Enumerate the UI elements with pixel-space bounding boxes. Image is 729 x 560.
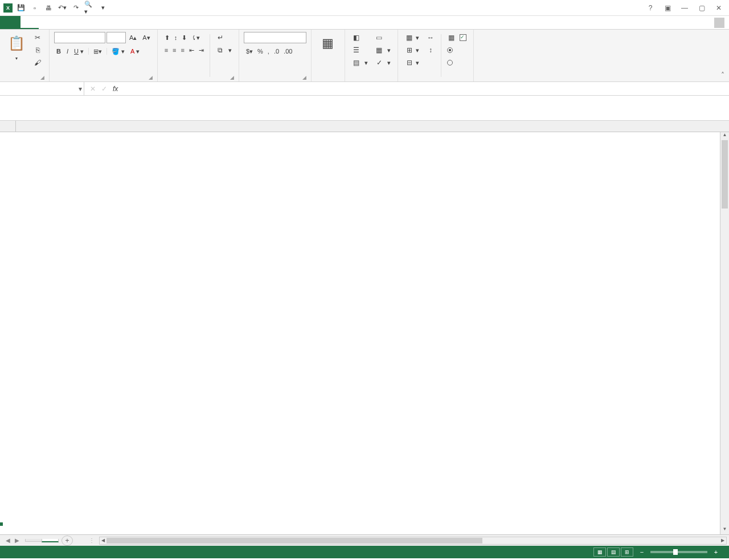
number-launcher-icon[interactable]: ◢ xyxy=(302,75,306,80)
ribbon-options-icon[interactable]: ▣ xyxy=(662,4,673,12)
copy-button[interactable]: ⎘ xyxy=(31,44,44,56)
fx-icon[interactable]: fx xyxy=(113,85,118,93)
freezepanes-button[interactable]: ▤▾ xyxy=(350,57,370,68)
add-sheet-button[interactable]: + xyxy=(62,536,73,546)
pagesetup-button[interactable]: ▭ xyxy=(372,32,393,43)
wraptext-button[interactable]: ↵ xyxy=(214,32,234,43)
cancel-formula-icon[interactable]: ✕ xyxy=(90,85,96,93)
accounting-button[interactable]: $▾ xyxy=(244,46,255,57)
tab-pagelayout[interactable] xyxy=(57,16,75,29)
clipboard-launcher-icon[interactable]: ◢ xyxy=(40,75,44,80)
save-icon[interactable]: 💾 xyxy=(16,3,26,13)
formatpainter-button[interactable]: 🖌 xyxy=(31,57,44,68)
aligntop-button[interactable]: ⬆ xyxy=(162,32,172,43)
maximize-icon[interactable]: ▢ xyxy=(696,4,707,12)
ms2-button[interactable]: ⊞▾ xyxy=(403,44,421,56)
alignleft-button[interactable]: ≡ xyxy=(162,44,170,56)
merge-button[interactable]: ⧉▾ xyxy=(214,44,234,56)
condformat-button[interactable]: ▦▾ xyxy=(372,44,393,56)
underline-button[interactable]: U▾ xyxy=(72,46,86,57)
vertical-scrollbar[interactable]: ▲ ▼ xyxy=(720,132,729,534)
zoom-slider[interactable] xyxy=(650,551,707,553)
redo-icon[interactable]: ↷ xyxy=(71,3,81,13)
decdec-button[interactable]: .00 xyxy=(281,46,294,57)
radio-icon[interactable] xyxy=(447,47,453,53)
ms5-button[interactable]: ↕ xyxy=(424,44,437,56)
sheet-nav-next-icon[interactable]: ▶ xyxy=(15,537,19,543)
bold-button[interactable]: B xyxy=(54,46,63,57)
gridlines-checkbox[interactable] xyxy=(460,34,466,41)
fontsize-select[interactable] xyxy=(107,32,126,43)
enter-formula-icon[interactable]: ✓ xyxy=(101,85,107,93)
fontname-select[interactable] xyxy=(54,32,105,43)
tab-split-icon[interactable]: ⋮ xyxy=(84,537,99,543)
sheet-tab-thang1[interactable] xyxy=(42,539,59,542)
incdec-button[interactable]: .0 xyxy=(272,46,281,57)
qat-customize-icon[interactable]: ▾ xyxy=(98,3,108,13)
alignment-launcher-icon[interactable]: ◢ xyxy=(230,75,234,80)
namemanager-button[interactable]: ☰ xyxy=(350,44,370,56)
namebox-dropdown-icon[interactable]: ▾ xyxy=(76,85,84,93)
tab-formulas[interactable] xyxy=(75,16,93,29)
avatar-icon[interactable] xyxy=(714,18,724,28)
cut-button[interactable]: ✂ xyxy=(31,32,44,43)
ms1-button[interactable]: ▦▾ xyxy=(403,32,421,43)
scroll-down-icon[interactable]: ▼ xyxy=(720,526,729,534)
hscroll-right-icon[interactable]: ▶ xyxy=(719,537,726,544)
paste-button[interactable]: 📋 ▾ xyxy=(5,32,28,63)
fontcolor-button[interactable]: A▾ xyxy=(128,46,142,57)
close-icon[interactable]: ✕ xyxy=(713,4,724,12)
view-pagelayout-button[interactable]: ▤ xyxy=(607,547,620,557)
indentinc-button[interactable]: ⇥ xyxy=(196,44,206,56)
zoom-thumb[interactable] xyxy=(673,549,678,555)
tab-file[interactable] xyxy=(0,16,21,29)
shrinkfont-button[interactable]: A▾ xyxy=(140,32,152,43)
alignbot-button[interactable]: ⬇ xyxy=(179,32,189,43)
datavalid-button[interactable]: ✓▾ xyxy=(372,57,393,68)
scroll-thumb[interactable] xyxy=(722,140,728,209)
radio-opt[interactable] xyxy=(445,44,469,56)
indentdec-button[interactable]: ⇤ xyxy=(187,44,196,56)
tab-view[interactable] xyxy=(130,16,148,29)
undo-icon[interactable]: ↶▾ xyxy=(57,3,67,13)
orientation-button[interactable]: ⤹▾ xyxy=(189,32,202,43)
view-normal-button[interactable]: ▦ xyxy=(593,547,606,557)
percent-button[interactable]: % xyxy=(255,46,265,57)
aligncenter-button[interactable]: ≡ xyxy=(170,44,178,56)
zoom-out-button[interactable]: − xyxy=(638,549,646,555)
growfont-button[interactable]: A▴ xyxy=(127,32,139,43)
worksheet-grid[interactable]: ▲ ▼ xyxy=(0,121,729,534)
view-pagebreak-button[interactable]: ⊞ xyxy=(621,547,633,557)
new-icon[interactable]: ▫ xyxy=(30,3,40,13)
tab-data[interactable] xyxy=(93,16,112,29)
printpreview-icon[interactable]: 🔍▾ xyxy=(84,3,95,13)
hscroll-left-icon[interactable]: ◀ xyxy=(100,537,107,544)
formatcells-button[interactable]: ▦ xyxy=(316,32,340,56)
ms3-button[interactable]: ⊟▾ xyxy=(403,57,421,68)
help-icon[interactable]: ? xyxy=(645,4,656,12)
tab-home[interactable] xyxy=(21,16,39,29)
numberformat-select[interactable] xyxy=(244,32,306,43)
comma-button[interactable]: , xyxy=(265,46,272,57)
tab-review[interactable] xyxy=(112,16,130,29)
namebox-input[interactable] xyxy=(0,83,76,95)
gridlines-toggle[interactable]: ▦ xyxy=(445,32,469,43)
definename-button[interactable]: ◧ xyxy=(350,32,370,43)
ms4-button[interactable]: ↔ xyxy=(424,32,437,43)
selectall-corner[interactable] xyxy=(0,121,16,132)
italic-button[interactable]: I xyxy=(64,46,71,57)
radio-icon2[interactable] xyxy=(447,60,453,66)
collapse-ribbon-icon[interactable]: ˄ xyxy=(716,69,729,81)
fillcolor-button[interactable]: 🪣▾ xyxy=(109,46,127,57)
zoom-in-button[interactable]: + xyxy=(712,549,720,555)
quickprint-icon[interactable]: 🖶 xyxy=(43,3,54,13)
minimize-icon[interactable]: — xyxy=(679,4,690,12)
scroll-up-icon[interactable]: ▲ xyxy=(720,132,729,140)
alignmid-button[interactable]: ↕ xyxy=(172,32,180,43)
tab-insert[interactable] xyxy=(39,16,57,29)
sheet-nav-prev-icon[interactable]: ◀ xyxy=(6,537,10,543)
horizontal-scrollbar[interactable]: ◀ ▶ xyxy=(99,537,727,545)
font-launcher-icon[interactable]: ◢ xyxy=(149,75,153,80)
hscroll-thumb[interactable] xyxy=(107,538,482,543)
formula-input[interactable] xyxy=(124,82,729,95)
